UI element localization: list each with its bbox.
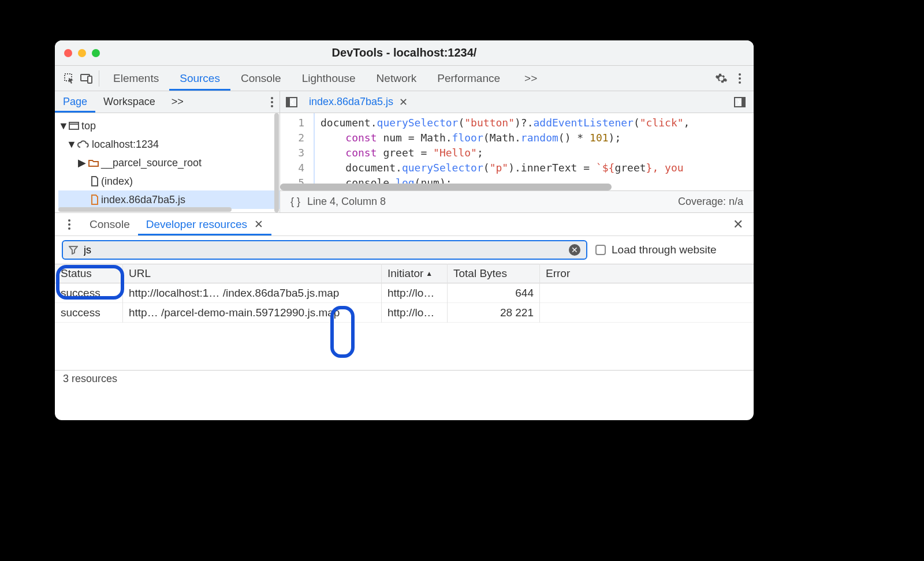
load-through-website-checkbox[interactable]: Load through website bbox=[595, 244, 717, 256]
svg-point-17 bbox=[68, 227, 70, 230]
svg-rect-9 bbox=[69, 122, 79, 129]
pretty-print-icon[interactable]: { } bbox=[280, 196, 307, 208]
drawer-panel: Console Developer resources ✕ ✕ ✕ Load t… bbox=[55, 212, 754, 387]
inspect-element-icon[interactable] bbox=[61, 66, 78, 91]
svg-point-6 bbox=[271, 97, 273, 99]
zoom-window-button[interactable] bbox=[92, 49, 100, 57]
checkbox-icon[interactable] bbox=[595, 245, 606, 255]
close-tab-icon[interactable]: ✕ bbox=[399, 96, 408, 109]
tab-performance[interactable]: Performance bbox=[427, 66, 511, 91]
more-options-icon[interactable] bbox=[731, 66, 749, 91]
folder-icon bbox=[88, 159, 99, 167]
caret-down-icon[interactable]: ▼ bbox=[66, 139, 74, 151]
tree-host-label: localhost:1234 bbox=[92, 139, 159, 151]
sources-panel: Page Workspace >> ▼ top ▼ localhost:1234 bbox=[55, 91, 754, 212]
navigator-more-icon[interactable] bbox=[270, 96, 274, 108]
window-frame-icon bbox=[69, 122, 79, 130]
minimize-window-button[interactable] bbox=[78, 49, 86, 57]
tab-network[interactable]: Network bbox=[366, 66, 427, 91]
svg-rect-14 bbox=[742, 98, 745, 107]
navigator-pane: Page Workspace >> ▼ top ▼ localhost:1234 bbox=[55, 91, 280, 212]
window-title: DevTools - localhost:1234/ bbox=[55, 46, 754, 59]
drawer-tab-bar: Console Developer resources ✕ ✕ bbox=[55, 213, 754, 236]
devtools-window: DevTools - localhost:1234/ Elements Sour… bbox=[55, 40, 754, 420]
col-url[interactable]: URL bbox=[123, 264, 382, 283]
close-drawer-icon[interactable]: ✕ bbox=[722, 217, 754, 232]
svg-point-4 bbox=[739, 77, 741, 80]
navigator-tabs: Page Workspace >> bbox=[55, 91, 280, 113]
filter-box[interactable]: ✕ bbox=[62, 240, 587, 260]
main-tab-bar: Elements Sources Console Lighthouse Netw… bbox=[55, 66, 754, 91]
drawer-tab-console[interactable]: Console bbox=[81, 213, 138, 235]
filter-row: ✕ Load through website bbox=[55, 236, 754, 264]
svg-point-15 bbox=[68, 219, 70, 222]
tab-elements[interactable]: Elements bbox=[103, 66, 169, 91]
tree-index-label[interactable]: (index) bbox=[101, 175, 133, 188]
document-icon bbox=[91, 176, 99, 186]
navigator-tabs-overflow[interactable]: >> bbox=[163, 91, 192, 113]
cursor-position: Line 4, Column 8 bbox=[307, 196, 386, 208]
window-titlebar: DevTools - localhost:1234/ bbox=[55, 40, 754, 66]
svg-point-5 bbox=[739, 81, 741, 84]
resource-count: 3 resources bbox=[63, 373, 117, 385]
tree-folder-label: __parcel_source_root bbox=[101, 157, 202, 169]
code-editor[interactable]: 1 2 3 4 5 document.querySelector("button… bbox=[280, 113, 754, 190]
table-header: Status URL Initiator▲ Total Bytes Error bbox=[55, 264, 754, 283]
file-tree[interactable]: ▼ top ▼ localhost:1234 ▶ __parcel_source… bbox=[55, 113, 280, 212]
svg-point-7 bbox=[271, 101, 273, 103]
filter-icon bbox=[69, 245, 78, 255]
tree-top-label: top bbox=[81, 120, 96, 132]
resources-table: Status URL Initiator▲ Total Bytes Error … bbox=[55, 264, 754, 370]
table-row[interactable]: success http://localhost:1… /index.86da7… bbox=[55, 283, 754, 303]
clear-filter-icon[interactable]: ✕ bbox=[569, 244, 580, 256]
filter-input[interactable] bbox=[84, 244, 569, 256]
coverage-label: Coverage: n/a bbox=[678, 196, 754, 208]
svg-point-3 bbox=[739, 73, 741, 76]
caret-right-icon[interactable]: ▶ bbox=[78, 156, 86, 169]
editor-file-tab-label: index.86da7ba5.js bbox=[309, 96, 393, 108]
col-total-bytes[interactable]: Total Bytes bbox=[448, 264, 540, 283]
traffic-lights bbox=[64, 49, 100, 57]
tree-jsfile-label[interactable]: index.86da7ba5.js bbox=[101, 194, 185, 206]
navigator-tab-page[interactable]: Page bbox=[55, 91, 95, 113]
svg-point-16 bbox=[68, 223, 70, 226]
navigator-tab-workspace[interactable]: Workspace bbox=[95, 91, 163, 113]
caret-down-icon[interactable]: ▼ bbox=[58, 120, 66, 132]
col-initiator[interactable]: Initiator▲ bbox=[382, 264, 448, 283]
editor-tab-bar: index.86da7ba5.js ✕ bbox=[280, 91, 754, 113]
device-toolbar-icon[interactable] bbox=[78, 66, 95, 91]
table-body: success http://localhost:1… /index.86da7… bbox=[55, 283, 754, 370]
tab-lighthouse[interactable]: Lighthouse bbox=[292, 66, 366, 91]
col-error[interactable]: Error bbox=[540, 264, 754, 283]
close-window-button[interactable] bbox=[64, 49, 72, 57]
settings-gear-icon[interactable] bbox=[712, 66, 731, 91]
tab-console[interactable]: Console bbox=[230, 66, 292, 91]
table-row[interactable]: success http… /parcel-demo-main.59712990… bbox=[55, 303, 754, 323]
drawer-more-icon[interactable] bbox=[55, 219, 81, 230]
toggle-navigator-icon[interactable] bbox=[280, 97, 303, 107]
svg-rect-2 bbox=[88, 76, 92, 83]
tabs-overflow-button[interactable]: >> bbox=[514, 66, 547, 91]
js-file-icon bbox=[91, 195, 99, 205]
navigator-v-scrollbar[interactable] bbox=[274, 113, 279, 212]
col-status[interactable]: Status bbox=[55, 264, 123, 283]
drawer-footer: 3 resources bbox=[55, 370, 754, 387]
editor-file-tab[interactable]: index.86da7ba5.js ✕ bbox=[303, 96, 413, 109]
editor-h-scrollbar[interactable] bbox=[280, 184, 612, 190]
code-lines: document.querySelector("button")?.addEve… bbox=[321, 115, 754, 190]
tab-sources[interactable]: Sources bbox=[169, 66, 230, 91]
svg-rect-12 bbox=[286, 98, 290, 107]
close-drawer-tab-icon[interactable]: ✕ bbox=[254, 218, 263, 231]
line-gutter: 1 2 3 4 5 bbox=[280, 113, 315, 190]
toggle-debugger-icon[interactable] bbox=[728, 97, 754, 107]
svg-point-8 bbox=[271, 105, 273, 107]
cloud-icon bbox=[77, 140, 90, 148]
editor-pane: index.86da7ba5.js ✕ 1 2 3 4 5 document.q… bbox=[280, 91, 754, 212]
navigator-h-scrollbar[interactable] bbox=[58, 207, 232, 212]
sort-asc-icon: ▲ bbox=[426, 270, 433, 278]
drawer-tab-dev-resources[interactable]: Developer resources ✕ bbox=[138, 213, 271, 235]
editor-status-bar: { } Line 4, Column 8 Coverage: n/a bbox=[280, 190, 754, 212]
